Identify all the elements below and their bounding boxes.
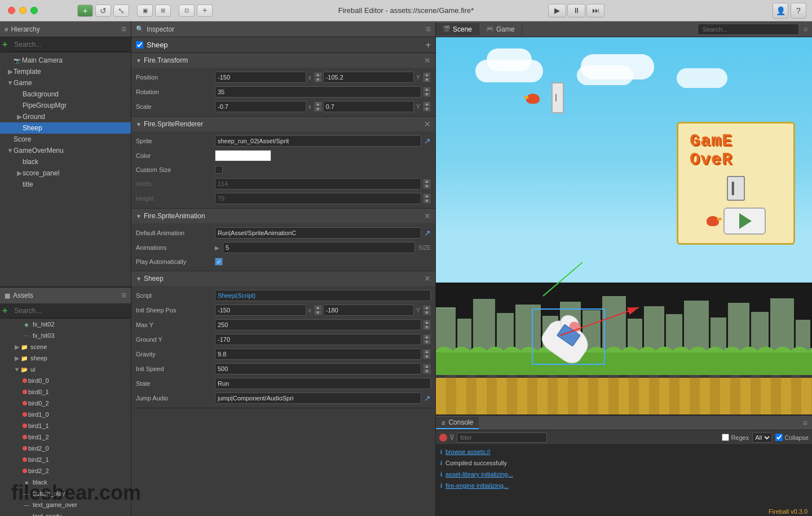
- scale-x-input[interactable]: [215, 101, 306, 112]
- stepper-down[interactable]: ▼: [423, 77, 431, 82]
- regex-checkbox-label[interactable]: Regex: [722, 434, 749, 441]
- state-select[interactable]: Run Jump Dead: [215, 378, 431, 389]
- stepper-up[interactable]: ▲: [423, 320, 431, 325]
- stepper-down[interactable]: ▼: [423, 325, 431, 330]
- maximize-button[interactable]: [30, 7, 38, 14]
- stepper-up[interactable]: ▲: [423, 364, 431, 369]
- jump-audio-input[interactable]: [215, 392, 421, 404]
- sheep-component-header[interactable]: ▼ Sheep ✕: [131, 271, 435, 286]
- stepper-down[interactable]: ▼: [423, 107, 431, 112]
- asset-item-bird21[interactable]: bird2_1: [0, 454, 131, 465]
- asset-item-bird00[interactable]: bird0_0: [0, 375, 131, 386]
- asset-item-text-game-over[interactable]: — text_game_over: [0, 499, 131, 510]
- hierarchy-item-title[interactable]: title: [0, 179, 131, 190]
- asset-item-sheep-folder[interactable]: ▶ 📁 sheep: [0, 352, 131, 364]
- sheep-component-close-button[interactable]: ✕: [424, 274, 431, 283]
- sprite-input[interactable]: [215, 135, 421, 147]
- hierarchy-item-sheep[interactable]: Sheep: [0, 122, 131, 134]
- custom-size-checkbox[interactable]: [215, 166, 223, 174]
- transform-component-header[interactable]: ▼ Fire.Transform ✕: [131, 53, 435, 68]
- stepper-up[interactable]: ▲: [423, 334, 431, 339]
- max-y-input[interactable]: [215, 319, 421, 330]
- component-close-button[interactable]: ✕: [424, 56, 431, 65]
- stepper-down[interactable]: ▼: [423, 310, 431, 315]
- console-clear-button[interactable]: [439, 434, 447, 442]
- play-button[interactable]: ▶: [548, 4, 566, 17]
- regex-checkbox[interactable]: [722, 434, 729, 441]
- script-input[interactable]: [215, 290, 431, 301]
- asset-item-bird20[interactable]: bird2_0: [0, 443, 131, 454]
- asset-item-fx-hit03[interactable]: ⋯ fx_hit03: [0, 330, 131, 341]
- stepper-up[interactable]: ▲: [423, 102, 431, 107]
- animations-count-input[interactable]: [223, 242, 415, 253]
- minimize-button[interactable]: [19, 7, 27, 14]
- scale-x-stepper[interactable]: ▲ ▼: [314, 102, 322, 112]
- stepper-down[interactable]: ▼: [423, 354, 431, 359]
- user-button[interactable]: 👤: [773, 3, 788, 19]
- component-close-button[interactable]: ✕: [424, 120, 431, 129]
- stepper-down[interactable]: ▼: [423, 92, 431, 97]
- console-filter-input[interactable]: [457, 433, 547, 443]
- spriteanimation-component-header[interactable]: ▼ Fire.SpriteAnimation ✕: [131, 209, 435, 223]
- stepper-down[interactable]: ▼: [423, 184, 431, 189]
- inspector-menu-icon[interactable]: ≡: [426, 24, 431, 34]
- asset-item-bird12[interactable]: bird1_2: [0, 431, 131, 443]
- asset-item-bird22[interactable]: bird2_2: [0, 465, 131, 477]
- asset-item-black[interactable]: ■ black: [0, 477, 131, 488]
- assets-add-button[interactable]: +: [2, 306, 7, 316]
- gravity-stepper[interactable]: ▲ ▼: [423, 349, 431, 359]
- stepper-up[interactable]: ▲: [423, 193, 431, 199]
- asset-item-text-ready[interactable]: — text_ready: [0, 510, 131, 516]
- hierarchy-item-black[interactable]: black: [0, 156, 131, 167]
- asset-item-button-play[interactable]: — button_play: [0, 488, 131, 499]
- layout-button-2[interactable]: ⊞: [155, 5, 171, 17]
- position-y-input[interactable]: [323, 72, 414, 83]
- stepper-down[interactable]: ▼: [423, 369, 431, 374]
- jump-audio-link-icon[interactable]: ↗: [424, 394, 431, 403]
- stepper-up[interactable]: ▲: [314, 305, 322, 310]
- scene-menu-icon[interactable]: ≡: [804, 25, 807, 33]
- pause-button[interactable]: ⏸: [567, 4, 585, 17]
- stepper-up[interactable]: ▲: [423, 349, 431, 354]
- help-button[interactable]: ?: [791, 3, 806, 19]
- scene-search-input[interactable]: [698, 24, 799, 35]
- init-pos-x-stepper[interactable]: ▲ ▼: [314, 305, 322, 315]
- scale-y-input[interactable]: [323, 101, 414, 112]
- stepper-down[interactable]: ▼: [314, 77, 322, 82]
- scale-y-stepper[interactable]: ▲ ▼: [423, 102, 431, 112]
- step-button[interactable]: ⏭: [586, 4, 604, 17]
- asset-item-bird11[interactable]: bird1_1: [0, 420, 131, 431]
- assets-menu-icon[interactable]: ≡: [121, 290, 126, 301]
- animation-link-icon[interactable]: ↗: [424, 228, 431, 237]
- mode-button-2[interactable]: ✛: [197, 5, 213, 17]
- console-tab[interactable]: ≥ Console: [436, 417, 479, 429]
- scene-tab[interactable]: 🎬 Scene: [436, 23, 479, 36]
- play-button-large[interactable]: [723, 208, 766, 235]
- asset-item-bird10[interactable]: bird1_0: [0, 409, 131, 420]
- add-button[interactable]: +: [77, 5, 93, 17]
- console-menu-icon[interactable]: ≡: [803, 418, 807, 427]
- rotation-stepper[interactable]: ▲ ▼: [423, 87, 431, 97]
- hierarchy-item-score[interactable]: Score: [0, 134, 131, 145]
- hierarchy-search-input[interactable]: [10, 37, 129, 52]
- stepper-down[interactable]: ▼: [314, 310, 322, 315]
- position-x-input[interactable]: [215, 72, 306, 83]
- component-close-button[interactable]: ✕: [424, 211, 431, 220]
- assets-search-input[interactable]: [10, 303, 129, 318]
- mode-button-1[interactable]: ⊡: [179, 5, 195, 17]
- init-speed-input[interactable]: [215, 363, 421, 374]
- collapse-checkbox-label[interactable]: Collapse: [775, 434, 809, 441]
- init-sheep-pos-y-input[interactable]: [323, 305, 414, 316]
- hierarchy-item-pipegroupmgr[interactable]: PipeGroupMgr: [0, 100, 131, 111]
- init-sheep-pos-x-input[interactable]: [215, 305, 306, 316]
- console-link-3[interactable]: asset-library initializing...: [445, 471, 513, 478]
- scene-viewport[interactable]: ▎: [436, 37, 812, 414]
- layout-button-1[interactable]: ▣: [137, 5, 153, 17]
- asset-item-ui-folder[interactable]: ▼ 📂 ui: [0, 364, 131, 375]
- hierarchy-item-score-panel[interactable]: ▶ score_panel: [0, 167, 131, 179]
- stepper-up[interactable]: ▲: [423, 72, 431, 77]
- hierarchy-item-template[interactable]: ▶ Template: [0, 66, 131, 77]
- console-link-4[interactable]: fire-engine initializing...: [445, 482, 509, 489]
- hierarchy-add-button[interactable]: +: [2, 39, 7, 50]
- rotation-input[interactable]: [215, 86, 421, 98]
